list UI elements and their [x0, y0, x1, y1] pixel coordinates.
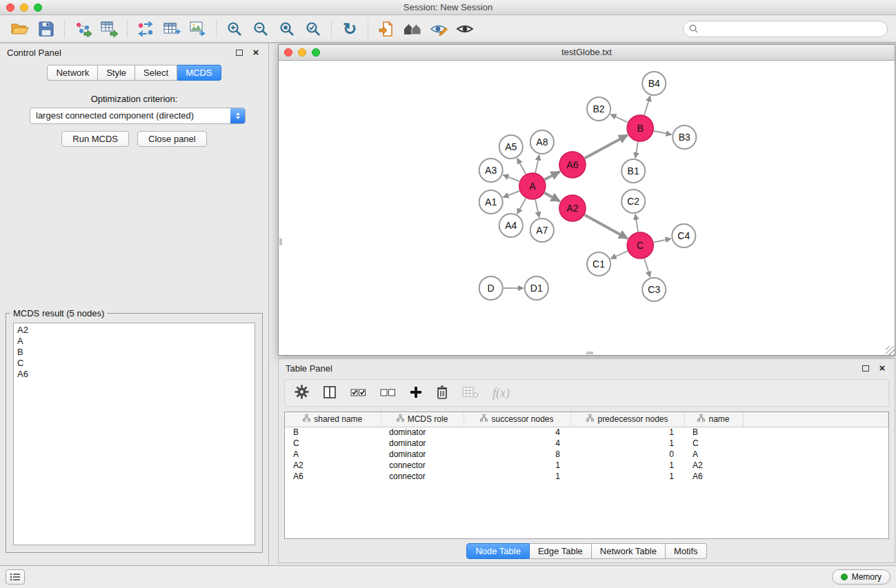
show-panels-button[interactable]: [6, 569, 25, 585]
float-table-panel-button[interactable]: [860, 363, 871, 374]
edge-A-A4[interactable]: [517, 199, 526, 214]
cell-mcds-role[interactable]: connector: [381, 460, 464, 471]
edge-B-B2[interactable]: [610, 114, 628, 123]
cell-predecessor-nodes[interactable]: 1: [570, 471, 684, 482]
table-row[interactable]: Bdominator41B: [285, 427, 888, 438]
export-image-button[interactable]: [185, 18, 211, 40]
node-A8[interactable]: A8: [530, 130, 554, 154]
save-session-button[interactable]: [33, 18, 59, 40]
tab-network-table[interactable]: Network Table: [592, 543, 666, 559]
node-B1[interactable]: B1: [621, 159, 645, 183]
table-row[interactable]: Adominator80A: [285, 449, 888, 460]
node-D[interactable]: D: [479, 276, 503, 300]
cell-shared-name[interactable]: A: [285, 449, 381, 460]
open-file-button[interactable]: [373, 18, 399, 40]
cell-shared-name[interactable]: B: [285, 427, 381, 438]
tab-edge-table[interactable]: Edge Table: [530, 543, 592, 559]
network-canvas[interactable]: AA1A2A3A4A5A6A7A8BB1B2B3B4CC1C2C3C4DD1: [279, 61, 895, 355]
zoom-fit-button[interactable]: [274, 18, 300, 40]
edge-C-C4[interactable]: [654, 239, 671, 243]
node-A7[interactable]: A7: [530, 219, 554, 242]
node-A[interactable]: A: [519, 173, 546, 199]
search-field[interactable]: [683, 21, 888, 37]
node-A5[interactable]: A5: [499, 135, 523, 159]
edge-C-C2[interactable]: [635, 214, 638, 232]
network-minimize-button[interactable]: [298, 48, 306, 57]
column-header-mcds-role[interactable]: MCDS role: [381, 412, 464, 427]
result-item[interactable]: B: [17, 347, 251, 358]
cell-mcds-role[interactable]: dominator: [381, 438, 464, 449]
open-session-button[interactable]: [7, 18, 33, 40]
cell-successor-nodes[interactable]: 8: [464, 449, 570, 460]
node-A3[interactable]: A3: [479, 159, 503, 182]
function-builder-button[interactable]: f(x): [492, 386, 510, 401]
node-D1[interactable]: D1: [525, 276, 548, 300]
memory-button[interactable]: Memory: [832, 569, 890, 585]
close-window-button[interactable]: [6, 3, 14, 12]
mcds-result-list[interactable]: A2ABCA6: [13, 323, 255, 545]
result-item[interactable]: A: [17, 336, 251, 347]
cell-predecessor-nodes[interactable]: 0: [570, 449, 684, 460]
node-B4[interactable]: B4: [642, 72, 666, 95]
minimize-window-button[interactable]: [20, 3, 28, 12]
cell-mcds-role[interactable]: dominator: [381, 427, 464, 438]
show-hide-button[interactable]: [452, 18, 478, 40]
network-zoom-button[interactable]: [312, 48, 320, 57]
import-table-button[interactable]: [96, 18, 122, 40]
run-mcds-button[interactable]: Run MCDS: [61, 131, 129, 147]
cell-mcds-role[interactable]: dominator: [381, 449, 464, 460]
import-network-button[interactable]: [70, 18, 96, 40]
node-B2[interactable]: B2: [587, 97, 610, 121]
edge-A-A5[interactable]: [517, 159, 526, 174]
canvas-bottom-scrollmark[interactable]: [586, 352, 593, 354]
node-A4[interactable]: A4: [499, 214, 523, 237]
result-item[interactable]: A2: [17, 325, 251, 336]
edge-C-C3[interactable]: [644, 258, 650, 277]
window-titlebar[interactable]: Session: New Session: [0, 0, 896, 15]
cell-shared-name[interactable]: A2: [285, 460, 381, 471]
node-C1[interactable]: C1: [587, 252, 610, 276]
edge-B-B1[interactable]: [635, 142, 638, 159]
edge-A2-C[interactable]: [584, 215, 627, 239]
window-resize-handle[interactable]: [886, 346, 895, 355]
node-C[interactable]: C: [627, 232, 653, 258]
cell-name[interactable]: C: [684, 438, 743, 449]
cell-shared-name[interactable]: C: [285, 438, 381, 449]
close-table-panel-button[interactable]: ×: [877, 363, 888, 374]
zoom-out-button[interactable]: [248, 18, 274, 40]
column-visibility-button[interactable]: [323, 385, 337, 401]
add-row-button[interactable]: [410, 385, 422, 401]
delete-row-button[interactable]: [436, 385, 448, 402]
close-panel-button[interactable]: ×: [250, 47, 261, 58]
tab-mcds[interactable]: MCDS: [177, 65, 221, 81]
deselect-all-button[interactable]: [380, 386, 396, 401]
graphics-details-button[interactable]: [426, 18, 452, 40]
node-C3[interactable]: C3: [642, 278, 666, 301]
edge-A-A6[interactable]: [544, 172, 559, 180]
zoom-in-button[interactable]: [221, 18, 248, 40]
edge-A-A1[interactable]: [503, 191, 519, 197]
search-input[interactable]: [702, 23, 882, 34]
node-B3[interactable]: B3: [673, 125, 696, 149]
tab-motifs[interactable]: Motifs: [666, 543, 707, 559]
tab-network[interactable]: Network: [47, 65, 98, 81]
cell-predecessor-nodes[interactable]: 1: [570, 438, 684, 449]
canvas-left-scrollmark[interactable]: [279, 239, 282, 245]
criterion-dropdown[interactable]: largest connected component (directed): [30, 108, 246, 124]
network-close-button[interactable]: [284, 48, 292, 57]
cell-name[interactable]: A6: [684, 471, 743, 482]
cell-predecessor-nodes[interactable]: 1: [570, 427, 684, 438]
cell-mcds-role[interactable]: connector: [381, 471, 464, 482]
edge-B-B3[interactable]: [654, 131, 672, 134]
result-item[interactable]: A6: [17, 369, 251, 380]
cell-successor-nodes[interactable]: 1: [464, 471, 570, 482]
node-A1[interactable]: A1: [479, 190, 503, 214]
cell-name[interactable]: A2: [684, 460, 743, 471]
cell-shared-name[interactable]: A6: [285, 471, 381, 482]
delete-table-button[interactable]: [462, 386, 479, 401]
table-row[interactable]: A6connector11A6: [285, 471, 888, 482]
new-table-button[interactable]: [159, 18, 185, 40]
dropdown-stepper[interactable]: [230, 108, 245, 123]
tab-node-table[interactable]: Node Table: [466, 543, 530, 559]
node-A6[interactable]: A6: [559, 152, 586, 178]
